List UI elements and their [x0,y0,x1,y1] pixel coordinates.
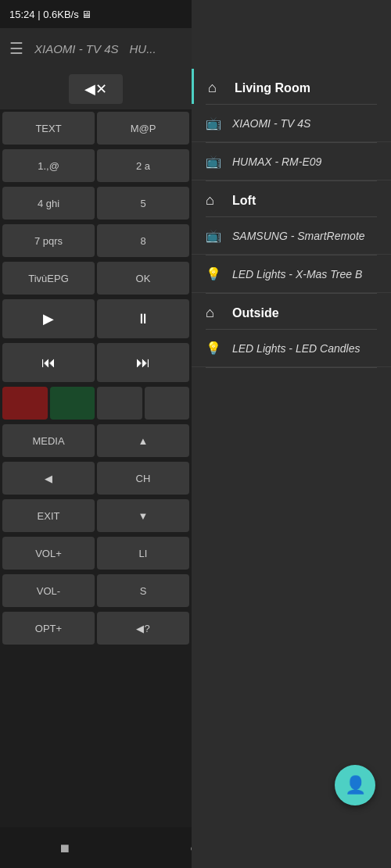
navigation-drawer: ⌂ Living Room 📺 XIAOMI - TV 4S 📺 HUMAX -… [192,0,391,868]
xiaomi-label: XIAOMI - TV 4S [232,117,310,130]
vol-minus-button[interactable]: VOL- [2,574,95,607]
text-map-row: TEXT M@P [0,109,192,147]
hamburger-menu[interactable]: ☰ [9,39,23,58]
vol-plus-button[interactable]: VOL+ [2,537,95,570]
app-bar-title2: HU... [130,42,156,55]
section-loft[interactable]: ⌂ Loft [192,181,391,216]
extra2-button[interactable]: ▼ [97,499,189,532]
exit-row: EXIT ▼ [0,497,192,534]
volminus-row: VOL- S [0,572,192,609]
status-time-speed: 15:24 | 0.6KB/s 🖥 [9,9,91,20]
back-button[interactable]: ◀ [2,462,95,495]
remote-icon-humax: 📺 [206,154,221,169]
remote-icon-samsung: 📺 [206,228,221,243]
li-button[interactable]: LI [97,537,189,570]
rewind-button[interactable]: ⏮ [2,343,95,382]
device-led-candles[interactable]: 💡 LED Lights - LED Candles [192,330,391,367]
monitor-icon: 🖥 [81,9,91,20]
play-button[interactable]: ▶ [2,299,95,338]
led-candles-label: LED Lights - LED Candles [232,342,360,355]
green-button[interactable] [50,387,95,420]
btn-8[interactable]: 8 [97,224,189,257]
numpad-45: 4 ghi 5 [0,184,192,222]
blue-button[interactable] [145,387,190,420]
numpad-78: 7 pqrs 8 [0,222,192,259]
tivu-row: TivùEPG OK [0,259,192,297]
loft-label: Loft [232,194,256,208]
map-button[interactable]: M@P [97,112,189,145]
device-led-xmas[interactable]: 💡 LED Lights - X-Mas Tree B [192,255,391,293]
home-icon-loft: ⌂ [206,192,221,209]
opt-row: OPT+ ◀? [0,609,192,647]
media-button[interactable]: MEDIA [2,424,95,457]
device-humax[interactable]: 📺 HUMAX - RM-E09 [192,143,391,180]
yellow-button[interactable] [97,387,142,420]
remote-control-area: ◀✕ TEXT M@P 1.,@ 2 a 4 ghi 5 7 pqrs 8 Ti… [0,69,192,837]
color-row [0,384,192,422]
led-xmas-label: LED Lights - X-Mas Tree B [232,268,362,280]
ok-button[interactable]: OK [97,262,189,295]
mute-q-button[interactable]: ◀? [97,612,189,645]
volplus-row: VOL+ LI [0,534,192,572]
numpad-12: 1.,@ 2 a [0,147,192,184]
btn-5[interactable]: 5 [97,187,189,220]
home-icon-outside: ⌂ [206,305,221,321]
back-ch-row: ◀ CH [0,459,192,497]
divider-8 [206,367,377,368]
btn-4[interactable]: 4 ghi [2,187,95,220]
btn-2[interactable]: 2 a [97,149,189,182]
remote-icon-led-candles: 💡 [206,341,221,355]
section-living-room[interactable]: ⌂ Living Room [192,69,391,104]
home-icon-living-room: ⌂ [208,80,224,96]
app-bar-title: XIAOMI - TV 4S [34,42,119,55]
status-time: 15:24 [9,9,35,20]
ch-button[interactable]: CH [97,462,189,495]
samsung-label: SAMSUNG - SmartRemote [232,230,365,242]
btn-7[interactable]: 7 pqrs [2,224,95,257]
media-row: MEDIA ▲ [0,422,192,459]
mute-button[interactable]: ◀✕ [69,74,123,104]
mute-row: ◀✕ [0,69,192,109]
btn-1[interactable]: 1.,@ [2,149,95,182]
nav-square-button[interactable]: ■ [60,839,70,857]
opt-plus-button[interactable]: OPT+ [2,612,95,645]
humax-label: HUMAX - RM-E09 [232,155,321,168]
remote-icon-xiaomi: 📺 [206,116,221,130]
text-button[interactable]: TEXT [2,112,95,145]
fab-icon: 👤 [345,775,366,795]
remote-icon-led-xmas: 💡 [206,266,221,281]
red-button[interactable] [2,387,48,420]
outside-label: Outside [232,306,279,320]
seek-row: ⏮ ⏭ [0,341,192,384]
fab-button[interactable]: 👤 [335,765,375,805]
playback-row: ▶ ⏸ [0,297,192,341]
section-outside[interactable]: ⌂ Outside [192,294,391,329]
device-xiaomi[interactable]: 📺 XIAOMI - TV 4S [192,105,391,142]
exit-button[interactable]: EXIT [2,499,95,532]
drawer-header [192,0,391,69]
living-room-label: Living Room [235,81,310,95]
status-speed: 0.6KB/s [43,9,79,20]
s-button[interactable]: S [97,574,189,607]
tivu-button[interactable]: TivùEPG [2,262,95,295]
extra-button[interactable]: ▲ [97,424,189,457]
device-samsung[interactable]: 📺 SAMSUNG - SmartRemote [192,217,391,255]
pause-button[interactable]: ⏸ [97,299,189,338]
fastforward-button[interactable]: ⏭ [97,343,189,382]
